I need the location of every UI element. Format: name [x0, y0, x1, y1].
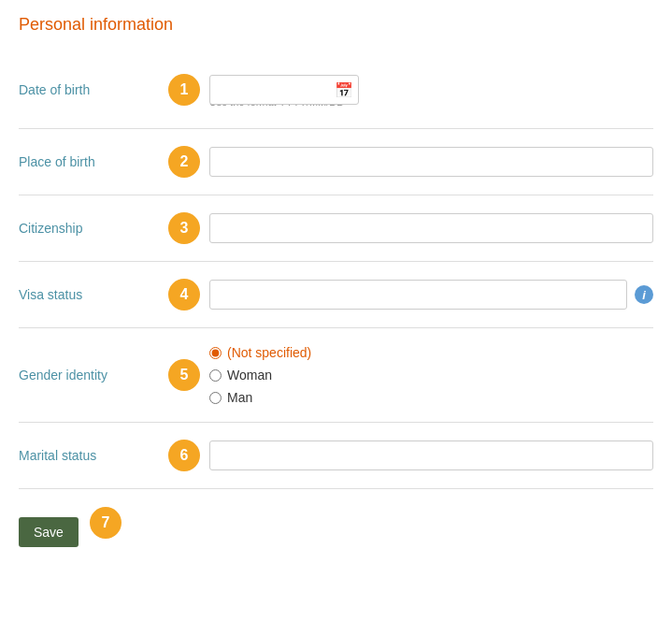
place-of-birth-input[interactable]: [209, 147, 653, 177]
step-badge-7: 7: [90, 507, 122, 539]
calendar-icon[interactable]: 📅: [335, 81, 353, 99]
gender-label-not-specified: (Not specified): [227, 345, 311, 360]
marital-status-row: Marital status 6: [19, 423, 653, 489]
visa-status-info-icon[interactable]: i: [635, 285, 653, 304]
visa-status-row: Visa status 4 i: [19, 262, 653, 328]
step-badge-6: 6: [168, 440, 200, 471]
gender-radio-not-specified[interactable]: [209, 347, 222, 359]
gender-radio-man[interactable]: [209, 392, 222, 404]
marital-status-input[interactable]: [209, 440, 653, 470]
save-button[interactable]: Save: [19, 517, 79, 547]
date-input-wrapper: 📅: [209, 75, 359, 105]
citizenship-input[interactable]: [209, 213, 653, 243]
save-row: Save 7: [19, 498, 653, 547]
marital-status-label: Marital status: [19, 448, 168, 463]
gender-label-woman: Woman: [227, 368, 272, 383]
gender-identity-row: Gender identity 5 (Not specified) Woman …: [19, 328, 653, 423]
page-title: Personal information: [19, 15, 653, 35]
place-of-birth-row: Place of birth 2: [19, 129, 653, 195]
gender-radio-woman[interactable]: [209, 369, 222, 382]
date-of-birth-row: Date of birth 1 📅 Use the format YYYY/MM…: [19, 57, 653, 129]
step-badge-4: 4: [168, 279, 200, 310]
place-of-birth-label: Place of birth: [19, 154, 168, 169]
gender-option-not-specified[interactable]: (Not specified): [209, 345, 311, 360]
visa-status-input[interactable]: [209, 280, 627, 310]
date-of-birth-label: Date of birth: [19, 82, 168, 97]
gender-option-man[interactable]: Man: [209, 390, 311, 405]
gender-identity-label: Gender identity: [19, 368, 168, 383]
step-badge-5: 5: [168, 359, 200, 391]
gender-label-man: Man: [227, 390, 252, 405]
step-badge-2: 2: [168, 146, 200, 178]
visa-status-label: Visa status: [19, 287, 168, 302]
gender-option-woman[interactable]: Woman: [209, 368, 311, 383]
step-badge-3: 3: [168, 212, 200, 244]
citizenship-label: Citizenship: [19, 221, 168, 236]
gender-options: (Not specified) Woman Man: [209, 345, 311, 405]
citizenship-row: Citizenship 3: [19, 195, 653, 262]
